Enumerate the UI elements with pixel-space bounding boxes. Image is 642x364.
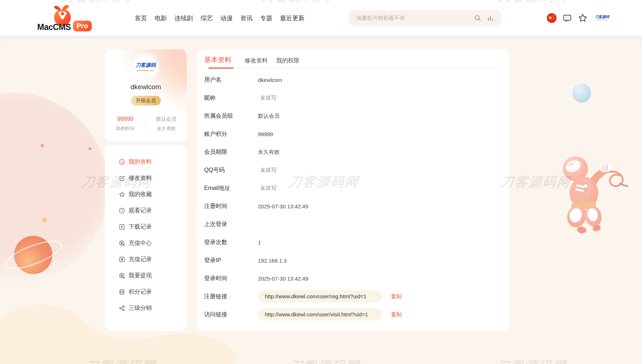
points-stat: 99999 我的积分 (105, 116, 146, 132)
star-icon (119, 191, 125, 198)
sidebar-item-withdraw[interactable]: 我要提现 (105, 268, 187, 284)
field-row-3: 账户积分99999 (197, 125, 509, 143)
upgrade-member-button[interactable]: 升级会员 (131, 96, 161, 105)
main-panel: 基本资料修改资料我的权限 用户名dkewlcom昵称未填写所属会员组默认会员账户… (197, 49, 509, 331)
brand-badge: Pro (73, 21, 92, 31)
decor-dot (42, 217, 47, 222)
link-input[interactable]: http://www.dkewl.com/user/visit.html?uid… (258, 308, 382, 321)
avatar[interactable]: 刀客源码 www.dkewl.com (134, 55, 157, 78)
field-label: 注册链接 (204, 293, 227, 300)
partner-logo[interactable]: 刀客源码 www.dkewl.com (594, 15, 611, 21)
username: dkewlcom (105, 83, 187, 91)
field-value: 2025-07-30 13:42:49 (258, 276, 308, 282)
decor-blue-ball (572, 84, 591, 103)
sidebar-item-edit[interactable]: 修改资料 (105, 170, 187, 186)
main-nav: 首页电影连续剧综艺动漫资讯专题最近更新 (135, 0, 305, 36)
field-value: 1 (258, 239, 261, 246)
field-row-5: QQ号码未填写 (197, 161, 509, 179)
download-icon (119, 224, 125, 230)
language-flag-icon[interactable] (547, 13, 557, 23)
decor-dot (40, 144, 44, 147)
field-row-1: 昵称未填写 (197, 89, 509, 107)
field-value: 未填写 (260, 95, 276, 101)
field-label: 用户名 (204, 76, 221, 84)
nav-item-6[interactable]: 专题 (260, 14, 272, 22)
nav-item-4[interactable]: 动漫 (220, 14, 233, 22)
profile-icon (119, 159, 125, 165)
field-row-9: 登录次数1 (197, 233, 509, 251)
search-icon[interactable] (474, 15, 481, 22)
withdraw-icon (119, 273, 125, 279)
field-value: dkewlcom (258, 77, 282, 83)
field-label: QQ号码 (204, 166, 225, 174)
field-value: 默认会员 (258, 113, 280, 120)
nav-item-0[interactable]: 首页 (135, 14, 147, 22)
field-row-13: 访问链接http://www.dkewl.com/user/visit.html… (197, 306, 509, 324)
field-row-4: 会员期限永久有效 (197, 143, 509, 161)
field-value: 2025-07-30 13:42:49 (258, 203, 308, 209)
nav-item-1[interactable]: 电影 (155, 14, 167, 22)
sidebar-item-star[interactable]: 我的收藏 (105, 186, 187, 203)
recharge-icon (119, 240, 125, 246)
decor-dot (89, 147, 91, 150)
field-row-8: 上次登录 (197, 215, 509, 233)
field-value: 永久有效 (258, 149, 280, 156)
copy-button[interactable]: 复制 (391, 293, 402, 300)
recharge-record-icon (119, 256, 125, 263)
link-input[interactable]: http://www.dkewl.com/user/reg.html?uid=1 (258, 290, 382, 303)
group-stat: 默认会员 永久有效 (146, 116, 187, 132)
brand-logo[interactable]: MacCMS Pro (36, 3, 87, 35)
field-label: 上次登录 (204, 221, 227, 228)
profile-fields: 用户名dkewlcom昵称未填写所属会员组默认会员账户积分99999会员期限永久… (197, 71, 509, 324)
search-box[interactable]: 海量影片精彩看不停 (349, 10, 501, 26)
sidebar-item-clock[interactable]: 观看记录 (105, 203, 187, 219)
tabs-divider (204, 68, 501, 69)
field-label: 访问链接 (204, 311, 227, 318)
search-placeholder: 海量影片精彩看不停 (356, 15, 405, 22)
tab-0[interactable]: 基本资料 (204, 55, 232, 65)
sidebar-item-points[interactable]: 积分记录 (105, 284, 187, 300)
field-label: 登录时间 (204, 275, 227, 282)
field-row-7: 注册时间2025-07-30 13:42:49 (197, 197, 509, 215)
field-label: Email地址 (204, 185, 230, 192)
field-value: 192.168.1.3 (258, 257, 286, 264)
field-row-6: Email地址未填写 (197, 179, 509, 197)
field-row-2: 所属会员组默认会员 (197, 107, 509, 125)
sidebar-item-recharge[interactable]: 充值中心 (105, 235, 187, 251)
profile-card: 刀客源码 www.dkewl.com dkewlcom 升级会员 99999 我… (105, 49, 187, 142)
chart-icon[interactable] (487, 15, 494, 22)
field-row-10: 登录IP192.168.1.3 (197, 251, 509, 269)
favorite-star-icon[interactable] (578, 13, 588, 23)
points-icon (119, 289, 125, 295)
field-row-12: 注册链接http://www.dkewl.com/user/reg.html?u… (197, 287, 509, 306)
share-icon (119, 305, 125, 311)
field-row-11: 登录时间2025-07-30 13:42:49 (197, 269, 509, 287)
tab-1[interactable]: 修改资料 (240, 57, 272, 65)
tabs: 基本资料修改资料我的权限 (204, 55, 304, 65)
copy-button[interactable]: 复制 (391, 311, 402, 318)
tab-2[interactable]: 我的权限 (272, 57, 304, 65)
nav-item-5[interactable]: 资讯 (240, 14, 253, 22)
sidebar-item-profile[interactable]: 我的资料 (105, 154, 187, 170)
header: MacCMS Pro 首页电影连续剧综艺动漫资讯专题最近更新 海量影片精彩看不停… (0, 0, 642, 36)
field-label: 账户积分 (204, 130, 227, 138)
nav-item-2[interactable]: 连续剧 (174, 14, 193, 22)
sidebar-menu: 我的资料修改资料我的收藏观看记录下载记录充值中心充值记录我要提现积分记录三级分销 (105, 145, 187, 331)
field-value: 99999 (258, 131, 273, 137)
field-label: 登录IP (204, 257, 221, 264)
sidebar-item-share[interactable]: 三级分销 (105, 300, 187, 316)
field-label: 注册时间 (204, 203, 227, 210)
field-label: 登录次数 (204, 239, 227, 246)
nav-item-3[interactable]: 综艺 (201, 14, 213, 22)
brand-name: MacCMS (37, 22, 71, 32)
field-value: 未填写 (260, 167, 276, 174)
nav-item-7[interactable]: 最近更新 (280, 14, 305, 22)
message-icon[interactable] (563, 13, 572, 23)
field-value: 未填写 (260, 185, 276, 192)
decor-astronaut (554, 151, 628, 241)
sidebar-item-recharge-record[interactable]: 充值记录 (105, 251, 187, 268)
sidebar-item-download[interactable]: 下载记录 (105, 219, 187, 235)
clock-icon (119, 208, 125, 214)
field-label: 会员期限 (204, 148, 227, 156)
field-label: 所属会员组 (204, 112, 233, 120)
